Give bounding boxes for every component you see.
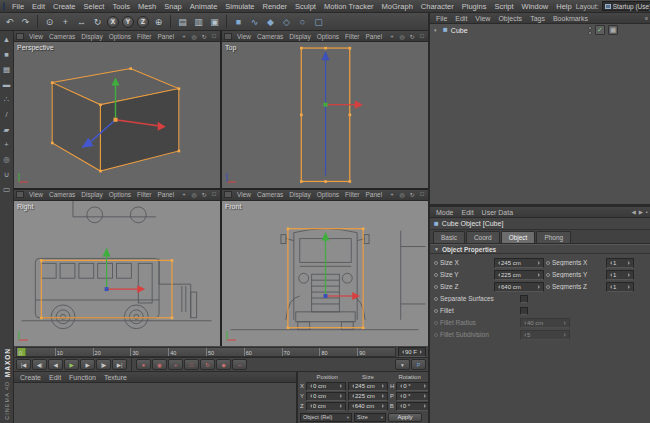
apply-button[interactable]: Apply xyxy=(388,413,422,422)
material-list[interactable] xyxy=(14,383,296,423)
record-parameter-button[interactable]: ◆ xyxy=(216,359,231,370)
right-canvas[interactable]: Right xyxy=(14,201,220,347)
live-selection-icon[interactable]: ⊙ xyxy=(42,14,57,29)
phong-tag-icon[interactable]: ▦ xyxy=(608,25,618,35)
menu-select[interactable]: Select xyxy=(80,0,109,13)
position-z-field[interactable]: 0 cm xyxy=(306,402,346,411)
menu-window[interactable]: Window xyxy=(518,0,553,13)
texture-mode-icon[interactable]: ▦ xyxy=(1,64,12,75)
menu-mesh[interactable]: Mesh xyxy=(134,0,160,13)
size-mode-select[interactable]: Size▾ xyxy=(354,413,386,422)
menu-character[interactable]: Character xyxy=(417,0,458,13)
vp-menu-cameras[interactable]: Cameras xyxy=(46,191,78,198)
viewport-grip-icon[interactable] xyxy=(224,191,232,198)
position-x-field[interactable]: 0 cm xyxy=(306,382,346,391)
viewport-grip-icon[interactable] xyxy=(224,33,232,40)
toggle-view-icon[interactable]: □ xyxy=(210,33,218,40)
separate-surfaces-checkbox[interactable] xyxy=(520,295,528,303)
edges-mode-icon[interactable]: / xyxy=(1,109,12,120)
zoom-view-icon[interactable]: ◎ xyxy=(398,191,406,198)
size-y-field[interactable]: 225 cm xyxy=(494,270,544,280)
pan-view-icon[interactable]: + xyxy=(180,191,188,198)
zoom-view-icon[interactable]: ◎ xyxy=(398,33,406,40)
add-spline-icon[interactable]: ∿ xyxy=(247,14,262,29)
coordinate-mode-select[interactable]: Object (Rel)▾ xyxy=(300,413,352,422)
pan-view-icon[interactable]: + xyxy=(388,33,396,40)
right-scene[interactable] xyxy=(14,201,220,347)
viewport-solo-icon[interactable]: ◎ xyxy=(1,154,12,165)
vp-menu-filter[interactable]: Filter xyxy=(134,33,154,40)
menu-simulate[interactable]: Simulate xyxy=(221,0,258,13)
menu-script[interactable]: Script xyxy=(490,0,517,13)
polygons-mode-icon[interactable]: ▰ xyxy=(1,124,12,135)
autokeying-button[interactable]: ◉ xyxy=(152,359,167,370)
vp-menu-display[interactable]: Display xyxy=(78,191,105,198)
material-menu-create[interactable]: Create xyxy=(16,374,45,381)
attr-menu-mode[interactable]: Mode xyxy=(432,209,458,216)
keyframe-dot-icon[interactable] xyxy=(546,261,550,265)
menu-mograph[interactable]: MoGraph xyxy=(378,0,417,13)
play-button[interactable]: ▶ xyxy=(64,359,79,370)
om-menu-edit[interactable]: Edit xyxy=(451,15,471,22)
coordinate-system-icon[interactable]: ⊕ xyxy=(151,14,166,29)
menu-file[interactable]: File xyxy=(8,0,28,13)
top-scene[interactable] xyxy=(222,42,428,188)
object-enabled-tag-icon[interactable]: ✓ xyxy=(595,25,605,35)
viewport-right[interactable]: View Cameras Display Options Filter Pane… xyxy=(14,190,220,347)
om-menu-tags[interactable]: Tags xyxy=(526,15,549,22)
undo-icon[interactable]: ↶ xyxy=(2,14,17,29)
add-camera-icon[interactable]: ▢ xyxy=(311,14,326,29)
menu-snap[interactable]: Snap xyxy=(160,0,186,13)
render-visibility-dot[interactable] xyxy=(588,31,592,35)
redo-icon[interactable]: ↷ xyxy=(18,14,33,29)
history-back-icon[interactable]: ◀ xyxy=(632,209,636,215)
toggle-view-icon[interactable]: □ xyxy=(418,33,426,40)
object-manager[interactable]: ▾ ■ Cube ✓ ▦ xyxy=(430,24,650,207)
fillet-checkbox[interactable] xyxy=(520,307,528,315)
next-key-button[interactable]: |▶ xyxy=(96,359,111,370)
rotate-view-icon[interactable]: ↻ xyxy=(200,33,208,40)
zoom-view-icon[interactable]: ◎ xyxy=(190,191,198,198)
section-collapse-icon[interactable]: ▼ xyxy=(434,246,439,252)
toggle-view-icon[interactable]: □ xyxy=(210,191,218,198)
segments-z-field[interactable]: 1 xyxy=(606,282,634,292)
viewport-top[interactable]: View Cameras Display Options Filter Pane… xyxy=(222,31,428,188)
vp-menu-view[interactable]: View xyxy=(26,191,46,198)
tab-coord[interactable]: Coord xyxy=(466,231,500,243)
size-x-field[interactable]: 245 cm xyxy=(348,382,388,391)
axis-gizmo[interactable] xyxy=(322,231,361,299)
object-properties-section[interactable]: ▼ Object Properties xyxy=(430,244,650,254)
menu-plugins[interactable]: Plugins xyxy=(458,0,491,13)
object-row-cube[interactable]: ▾ ■ Cube ✓ ▦ xyxy=(430,24,650,36)
front-scene[interactable] xyxy=(222,201,428,347)
keyframe-dot-icon[interactable] xyxy=(434,297,438,301)
viewport-grip-icon[interactable] xyxy=(16,191,24,198)
rotate-view-icon[interactable]: ↻ xyxy=(200,191,208,198)
vp-menu-view[interactable]: View xyxy=(234,191,254,198)
vp-menu-view[interactable]: View xyxy=(26,33,46,40)
vp-menu-options[interactable]: Options xyxy=(314,191,342,198)
record-keyframe-button[interactable]: ● xyxy=(136,359,151,370)
workplane-mode-icon[interactable]: ▬ xyxy=(1,79,12,90)
rotate-view-icon[interactable]: ↻ xyxy=(408,33,416,40)
menu-create[interactable]: Create xyxy=(49,0,80,13)
vp-menu-cameras[interactable]: Cameras xyxy=(254,191,286,198)
keyframe-dot-icon[interactable] xyxy=(434,285,438,289)
om-menu-bookmarks[interactable]: Bookmarks xyxy=(549,15,592,22)
workplane-icon[interactable]: ▭ xyxy=(1,184,12,195)
tab-basic[interactable]: Basic xyxy=(433,231,465,243)
playback-mode-button[interactable]: ▾ xyxy=(395,359,410,370)
viewport-front[interactable]: View Cameras Display Options Filter Pane… xyxy=(222,190,428,347)
previous-frame-button[interactable]: ◀ xyxy=(48,359,63,370)
om-menu-view[interactable]: View xyxy=(471,15,494,22)
vp-menu-panel[interactable]: Panel xyxy=(155,191,178,198)
vp-menu-panel[interactable]: Panel xyxy=(363,191,386,198)
expand-icon[interactable]: ▾ xyxy=(434,27,440,33)
menu-motion-tracker[interactable]: Motion Tracker xyxy=(320,0,378,13)
vp-menu-filter[interactable]: Filter xyxy=(342,33,362,40)
keyframe-dot-icon[interactable] xyxy=(434,309,438,313)
menu-edit[interactable]: Edit xyxy=(28,0,49,13)
next-frame-button[interactable]: ▶ xyxy=(80,359,95,370)
vp-menu-panel[interactable]: Panel xyxy=(363,33,386,40)
points-mode-icon[interactable]: ∴ xyxy=(1,94,12,105)
